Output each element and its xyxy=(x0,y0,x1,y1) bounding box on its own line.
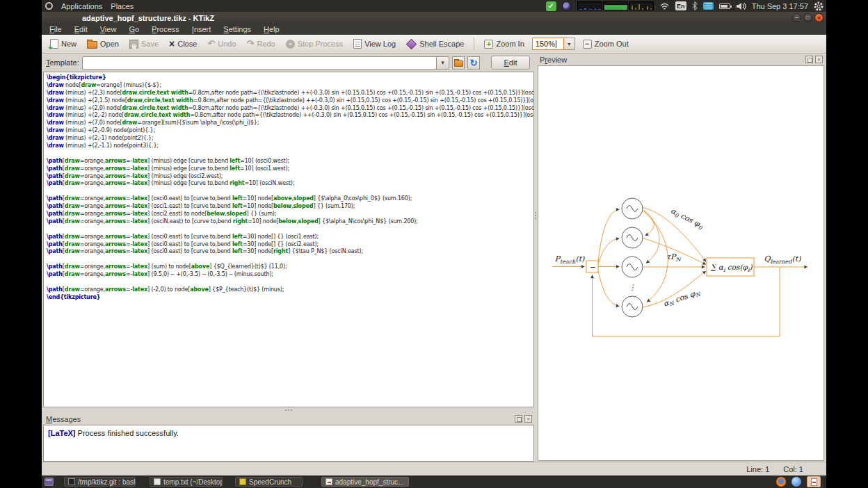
template-open-button[interactable] xyxy=(452,56,465,70)
zoom-dropdown-arrow-icon[interactable]: ▾ xyxy=(564,38,575,50)
mail-icon[interactable] xyxy=(703,2,714,10)
toolbar-separator xyxy=(474,38,474,50)
horizontal-splitter[interactable] xyxy=(43,407,534,413)
session-gear-icon[interactable] xyxy=(814,1,823,11)
taskbar-item-label: /tmp/ktikz.git : bash ... xyxy=(78,478,136,486)
ktikz-icon xyxy=(326,478,332,485)
volume-icon[interactable] xyxy=(736,2,746,10)
p-teach-label: Pteach(t) xyxy=(555,254,585,265)
close-file-button[interactable]: × Close xyxy=(165,38,201,49)
status-line: Line: 1 xyxy=(746,465,769,473)
keyboard-layout-indicator[interactable]: En xyxy=(675,1,686,10)
taskbar-item-4[interactable]: adaptive_hopf_struc... xyxy=(321,477,409,487)
code-line: \draw (minus) +(2,0) node[draw,circle,te… xyxy=(47,105,533,113)
save-label: Save xyxy=(141,40,159,48)
taskbar-item-label: adaptive_hopf_struc... xyxy=(335,478,403,486)
close-panel-icon[interactable]: × xyxy=(524,415,532,423)
zoom-in-icon: + xyxy=(484,40,493,49)
system-monitor-applet[interactable] xyxy=(577,1,654,10)
redo-arrow-icon: ↷ xyxy=(247,40,255,48)
code-line: \path[draw=orange,arrows=-latex] (minus)… xyxy=(47,158,533,165)
redo-button[interactable]: ↷ Redo xyxy=(243,38,280,49)
close-panel-icon[interactable]: × xyxy=(815,56,823,63)
save-button[interactable]: Save xyxy=(125,38,163,50)
cpu-graph-icon xyxy=(603,1,628,10)
code-line: \draw (minus) +(2,-0.9) node(point){.}; xyxy=(47,127,533,135)
tau-pn-label: τPN xyxy=(666,252,682,263)
close-window-button[interactable]: × xyxy=(814,13,823,22)
bottom-taskbar: /tmp/ktikz.git : bash ...temp.txt (~/Des… xyxy=(42,475,826,488)
template-edit-button[interactable]: Edit xyxy=(491,56,530,70)
close-label: Close xyxy=(177,40,197,48)
vertical-dots-label: ⋮ xyxy=(629,283,636,292)
template-reload-button[interactable]: ↻ xyxy=(467,56,480,70)
battery-icon[interactable] xyxy=(719,3,730,9)
code-line: \path[draw=orange,arrows=-latex] (minus)… xyxy=(47,165,533,173)
taskbar-item-1[interactable]: /tmp/ktikz.git : bash ... xyxy=(64,477,136,487)
code-line: \draw (minus) +(2,-1) node(point2){.}; xyxy=(47,135,533,143)
globe-app-icon[interactable] xyxy=(791,477,801,487)
stop-icon: × xyxy=(286,40,295,49)
message-text: Process finished successfully. xyxy=(78,429,179,437)
shell-escape-button[interactable]: Shell Escape xyxy=(402,38,468,49)
zoom-level-combobox[interactable]: 150% ▾ xyxy=(532,38,575,50)
zoom-in-button[interactable]: + Zoom In xyxy=(480,38,528,50)
zoom-level-input[interactable]: 150% xyxy=(532,38,564,50)
code-line: \draw (minus) +(7,0) node[draw=orange](s… xyxy=(47,120,533,127)
code-line xyxy=(47,188,533,195)
status-col: Col: 1 xyxy=(783,465,803,473)
code-line xyxy=(47,226,533,234)
zoom-out-button[interactable]: − Zoom Out xyxy=(579,38,633,50)
taskbar-item-3[interactable]: SpeedCrunch xyxy=(235,477,303,487)
template-dropdown-arrow-icon[interactable]: ▾ xyxy=(436,57,449,69)
firefox-icon[interactable] xyxy=(776,477,786,487)
menu-file[interactable]: File xyxy=(43,25,68,33)
menu-view[interactable]: View xyxy=(94,25,123,33)
taskbar-item-2[interactable]: temp.txt (~/Desktop... xyxy=(150,477,223,487)
menu-go[interactable]: Go xyxy=(122,25,145,33)
show-desktop-icon[interactable] xyxy=(45,478,54,486)
template-combobox[interactable]: ▾ xyxy=(82,56,449,70)
code-line: \path[draw=orange,arrows=-latex] (minus)… xyxy=(47,173,533,181)
float-panel-icon[interactable] xyxy=(805,56,813,63)
minimize-button[interactable]: − xyxy=(792,13,801,22)
view-log-button[interactable]: View Log xyxy=(349,38,400,50)
float-panel-icon[interactable] xyxy=(515,415,522,423)
top-panel: Applications Places ✓ En xyxy=(42,0,826,12)
clock[interactable]: Thu Sep 3 17:57 xyxy=(752,2,808,10)
code-line: \path[draw=orange,arrows=-latex] (-2,0) … xyxy=(47,286,533,294)
distributor-logo-icon[interactable] xyxy=(45,2,53,10)
minus-sign-label: − xyxy=(589,263,596,272)
stop-process-label: Stop Process xyxy=(298,40,343,48)
code-line: \path[draw=orange,arrows=-latex] (osci1.… xyxy=(47,203,533,211)
new-button[interactable]: New xyxy=(46,38,81,50)
menu-insert[interactable]: Insert xyxy=(186,25,218,33)
code-line xyxy=(47,150,533,158)
vertical-splitter[interactable] xyxy=(534,54,537,462)
update-ok-icon[interactable]: ✓ xyxy=(546,1,556,11)
ktikz-active-icon[interactable] xyxy=(807,476,821,487)
zoom-in-label: Zoom In xyxy=(496,40,524,48)
window-title: adaptive_hopf_structure.tikz - KTikZ xyxy=(82,14,214,22)
code-line: \path[draw=orange,arrows=-latex] (osci0.… xyxy=(47,241,533,249)
open-button[interactable]: Open xyxy=(83,38,123,50)
maximize-button[interactable]: □ xyxy=(803,13,812,22)
applications-menu[interactable]: Applications xyxy=(61,2,102,10)
bluetooth-icon[interactable] xyxy=(692,1,698,10)
code-line: \path[draw=orange,arrows=-latex] (osci0.… xyxy=(47,234,533,241)
undo-button[interactable]: ↶ Undo xyxy=(203,38,240,49)
menu-settings[interactable]: Settings xyxy=(217,25,257,33)
refresh-icon: ↻ xyxy=(470,58,478,68)
menu-help[interactable]: Help xyxy=(257,25,286,33)
web-tray-icon[interactable] xyxy=(562,1,572,11)
code-editor[interactable]: \begin{tikzpicture}\draw node[draw=orang… xyxy=(43,72,534,407)
window-titlebar[interactable]: adaptive_hopf_structure.tikz - KTikZ − □… xyxy=(42,12,826,24)
menu-process[interactable]: Process xyxy=(145,25,186,33)
code-line: \path[draw=orange,arrows=-latex] (osci0.… xyxy=(47,248,533,256)
stop-process-button[interactable]: × Stop Process xyxy=(282,38,347,50)
places-menu[interactable]: Places xyxy=(111,2,134,10)
menu-edit[interactable]: Edit xyxy=(68,25,94,33)
wifi-icon[interactable] xyxy=(659,2,670,10)
messages-log[interactable]: [LaTeX] Process finished successfully. xyxy=(43,425,534,462)
undo-label: Undo xyxy=(218,40,236,48)
